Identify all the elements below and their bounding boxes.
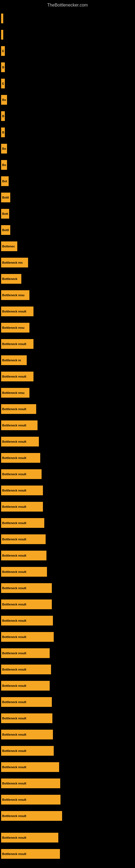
- bar-row: Bottleneck result: [0, 629, 135, 645]
- bar-row: Bottleneck result: [0, 711, 135, 726]
- bar-row: Bottleneck result: [0, 597, 135, 612]
- bar-row: Bottleneck result: [0, 516, 135, 531]
- bar-label: E: [1, 79, 5, 88]
- bar-label: Bottleneck result: [1, 567, 47, 577]
- bar-row: Bottleneck result: [0, 548, 135, 563]
- bar-label: Bottleneck result: [1, 518, 44, 528]
- bar-row: B: [0, 60, 135, 75]
- bar-row: [0, 11, 135, 26]
- site-title: TheBottlenecker.com: [0, 1, 135, 10]
- bar-label: Bottleneck result: [1, 632, 54, 642]
- bar-label: Bottleneck result: [1, 713, 52, 723]
- bar-label: Bottleneck result: [1, 421, 38, 430]
- bar-row: Bo: [0, 92, 135, 107]
- bar-row: B: [0, 125, 135, 140]
- bar-label: Bottleneck result: [1, 849, 60, 859]
- bar-label: Bottleneck result: [1, 534, 46, 544]
- bar-label: Bottleneck resu: [1, 323, 30, 333]
- bar-label: Bottleneck result: [1, 453, 40, 463]
- bar-row: Bottleneck result: [0, 564, 135, 579]
- bar-row: Bottenec: [0, 239, 135, 254]
- bar-row: Bottleneck resu: [0, 385, 135, 400]
- bar-row: Bottl: [0, 190, 135, 205]
- bar-row: Bottleneck result: [0, 678, 135, 693]
- bar-row: B: [0, 108, 135, 124]
- bar-row: Bottleneck result: [0, 450, 135, 465]
- bar-label: Bottleneck result: [1, 648, 50, 658]
- bar-row: Bottleneck result: [0, 792, 135, 807]
- bar-label: Bottleneck result: [1, 762, 59, 772]
- bar-row: Bottleneck result: [0, 434, 135, 449]
- bar-label: Bo: [1, 160, 7, 170]
- bar-row: Bottleneck result: [0, 646, 135, 661]
- bar-row: Bottleneck result: [0, 304, 135, 319]
- bar-label: Bottleneck result: [1, 811, 62, 821]
- bar-label: Bottleneck result: [1, 339, 34, 349]
- bar-row: Bottleneck result: [0, 808, 135, 824]
- bar-row: Bottleneck result: [0, 662, 135, 677]
- bar-row: Bottleneck result: [0, 727, 135, 742]
- bar-label: Bottl: [1, 193, 10, 203]
- bar-label: Bottleneck result: [1, 681, 50, 691]
- bar-label: Bo: [1, 144, 7, 154]
- bar-row: Bottl: [0, 222, 135, 238]
- bar-row: Bottleneck result: [0, 418, 135, 433]
- bar-row: Bottleneck result: [0, 532, 135, 547]
- bar-row: Bottleneck result: [0, 613, 135, 628]
- bar-label: Bott: [1, 209, 9, 219]
- bar-row: Bo: [0, 141, 135, 156]
- bar-label: Bottleneck result: [1, 307, 34, 316]
- bar-row: Bo: [0, 157, 135, 173]
- bar-label: Bottleneck result: [1, 486, 43, 495]
- bar-label: Bottleneck result: [1, 778, 60, 788]
- bar-label: B: [1, 62, 5, 72]
- bar-row: Bottleneck result: [0, 776, 135, 791]
- bar-row: Bottleneck: [0, 271, 135, 286]
- bar-label: Bottleneck result: [1, 795, 60, 805]
- bar-row: Bottleneck result: [0, 830, 135, 845]
- bar-row: [0, 27, 135, 42]
- bar-label: Bottleneck result: [1, 664, 51, 674]
- bar-row: Bottleneck result: [0, 483, 135, 498]
- bar-label: Bottleneck result: [1, 404, 36, 414]
- bar-row: Bottleneck res: [0, 255, 135, 270]
- bar-label: Bottleneck result: [1, 616, 53, 625]
- bar-row: Bottleneck result: [0, 694, 135, 710]
- bar-label: E: [1, 46, 5, 56]
- bar-label: Bottl: [1, 225, 10, 235]
- bar-label: Bottleneck: [1, 274, 21, 284]
- bar-label: Bot: [1, 176, 9, 186]
- bar-row: Bottleneck result: [0, 846, 135, 862]
- bar-label: Bottleneck result: [1, 599, 52, 609]
- bar-label: Bo: [1, 95, 7, 105]
- bar-label: Bottleneck result: [1, 833, 58, 842]
- bar-row: Bottleneck resu: [0, 320, 135, 335]
- bar-row: Bottleneck result: [0, 581, 135, 596]
- bar-label: B: [1, 127, 5, 137]
- bar-row: E: [0, 76, 135, 91]
- bar-label: Bottleneck res: [1, 258, 28, 268]
- bar-label: Bottleneck result: [1, 583, 52, 593]
- bar-label: Bottleneck result: [1, 437, 39, 446]
- bar-label: Bottleneck resu: [1, 290, 30, 300]
- bar-label: [1, 30, 3, 40]
- bar-row: Bottleneck result: [0, 760, 135, 775]
- bar-label: Bottleneck result: [1, 502, 43, 512]
- bar-label: Bottleneck result: [1, 469, 42, 479]
- bar-label: Bottleneck result: [1, 551, 46, 560]
- bar-row: Bottleneck result: [0, 401, 135, 416]
- bar-row: Bot: [0, 174, 135, 189]
- bar-label: Bottleneck resu: [1, 388, 30, 398]
- bar-label: Bottenec: [1, 241, 17, 251]
- bar-label: [1, 13, 3, 23]
- bar-row: Bottleneck result: [0, 467, 135, 482]
- bar-row: Bott: [0, 206, 135, 221]
- bar-row: E: [0, 43, 135, 59]
- bar-row: Bottleneck result: [0, 369, 135, 384]
- bar-row: Bottleneck result: [0, 743, 135, 758]
- bar-label: Bottleneck re: [1, 355, 27, 365]
- bar-row: Bottleneck result: [0, 336, 135, 351]
- bar-label: Bottleneck result: [1, 746, 54, 756]
- bar-row: Bottleneck result: [0, 499, 135, 514]
- bar-label: B: [1, 111, 5, 121]
